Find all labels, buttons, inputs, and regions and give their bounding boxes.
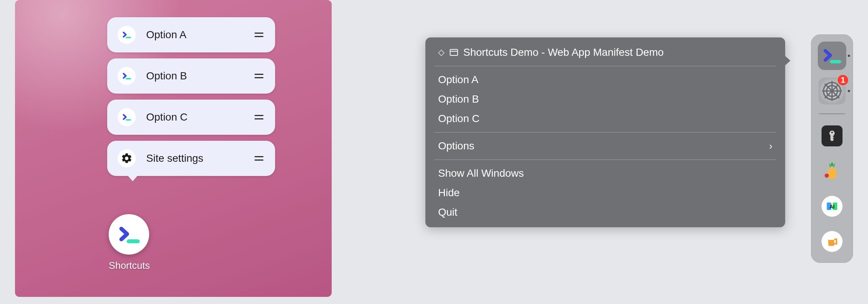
shortcut-item-label: Option B xyxy=(136,70,253,82)
pineapple-icon xyxy=(822,160,843,182)
dock-item-pineapple-app[interactable] xyxy=(818,157,846,185)
menu-tail-icon xyxy=(127,175,138,181)
app-logo-icon xyxy=(118,67,136,85)
drag-handle-icon[interactable] xyxy=(253,74,265,78)
beer-icon xyxy=(822,231,843,252)
shortcut-item-label: Site settings xyxy=(136,152,253,164)
notification-badge: 1 xyxy=(837,74,849,86)
ai-icon xyxy=(822,196,843,217)
android-launcher-panel: Option A Option B Option C Site settings xyxy=(15,0,332,297)
menu-item-label: Options xyxy=(438,140,769,152)
app-logo-icon xyxy=(118,26,136,44)
drag-handle-icon[interactable] xyxy=(253,33,265,37)
app-logo-icon xyxy=(118,108,136,126)
macos-dock-context-menu: ◇ Shortcuts Demo - Web App Manifest Demo… xyxy=(425,37,785,227)
dock-item-beer-app[interactable] xyxy=(818,227,846,256)
menu-item-app-window[interactable]: ◇ Shortcuts Demo - Web App Manifest Demo xyxy=(425,43,785,62)
macos-dock: 1 xyxy=(811,34,853,263)
menu-item-show-all-windows[interactable]: Show All Windows xyxy=(425,164,785,183)
shortcut-item-option-b[interactable]: Option B xyxy=(107,58,275,94)
drag-handle-icon[interactable] xyxy=(253,156,265,161)
menu-item-label: Hide xyxy=(438,187,772,199)
menu-separator xyxy=(434,132,776,133)
shortcut-item-site-settings[interactable]: Site settings xyxy=(107,141,275,176)
menu-item-label: Option B xyxy=(438,93,772,105)
menu-separator xyxy=(434,159,776,160)
menu-tail-icon xyxy=(784,55,790,66)
dock-separator xyxy=(819,113,845,114)
menu-item-options-submenu[interactable]: Options › xyxy=(425,136,785,156)
menu-item-hide[interactable]: Hide xyxy=(425,183,785,203)
dock-item-keychain[interactable] xyxy=(818,122,846,150)
chevron-right-icon: › xyxy=(769,140,772,152)
shortcut-item-label: Option C xyxy=(136,111,253,123)
app-launcher-icon[interactable] xyxy=(109,214,149,255)
diamond-icon: ◇ xyxy=(438,48,444,57)
menu-item-option-a[interactable]: Option A xyxy=(425,70,785,89)
menu-item-label: Show All Windows xyxy=(438,167,772,179)
shortcut-item-label: Option A xyxy=(136,29,253,41)
menu-item-option-b[interactable]: Option B xyxy=(425,89,785,109)
dock-item-system-preferences[interactable]: 1 xyxy=(818,77,846,105)
dock-item-ai-app[interactable] xyxy=(818,192,846,221)
shortcut-item-option-a[interactable]: Option A xyxy=(107,17,275,52)
running-indicator-icon xyxy=(848,90,850,92)
menu-item-label: Option C xyxy=(438,113,772,125)
shortcut-item-option-c[interactable]: Option C xyxy=(107,100,275,135)
dock-item-shortcuts-app[interactable] xyxy=(818,42,846,70)
window-icon xyxy=(450,49,458,56)
menu-item-option-c[interactable]: Option C xyxy=(425,109,785,128)
drag-handle-icon[interactable] xyxy=(253,115,265,119)
menu-item-label: Option A xyxy=(438,74,772,86)
menu-item-label: Quit xyxy=(438,206,772,218)
gear-icon xyxy=(118,149,136,167)
menu-title: Shortcuts Demo - Web App Manifest Demo xyxy=(463,46,772,58)
app-launcher-label: Shortcuts xyxy=(94,260,165,271)
keychain-icon xyxy=(822,125,843,146)
menu-item-quit[interactable]: Quit xyxy=(425,203,785,222)
android-shortcut-menu: Option A Option B Option C Site settings xyxy=(107,17,275,176)
menu-separator xyxy=(434,66,776,66)
running-indicator-icon xyxy=(848,55,850,57)
